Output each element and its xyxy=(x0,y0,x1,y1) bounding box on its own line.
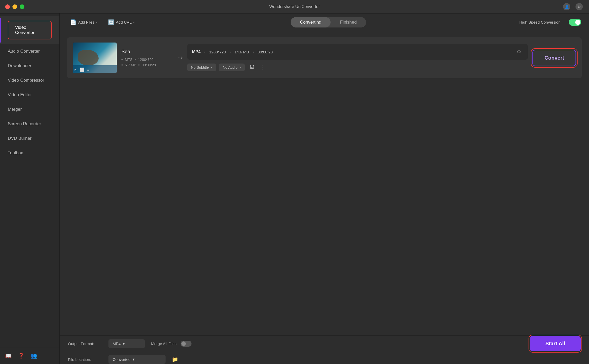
thumbnail-controls: ✂ ⬜ ≡ xyxy=(74,67,90,72)
more-options-icon[interactable]: ⋮ xyxy=(259,64,265,71)
close-button[interactable] xyxy=(5,4,10,9)
add-url-label: Add URL xyxy=(116,20,132,24)
meta-dot-4 xyxy=(138,64,140,66)
subtitle-chevron-icon: ▾ xyxy=(211,66,212,69)
user-icon[interactable]: 👥 xyxy=(31,353,37,359)
subtitle-select[interactable]: No Subtitle ▾ xyxy=(187,64,216,71)
file-location-label: File Location: xyxy=(68,357,104,362)
hsc-label: High Speed Conversion xyxy=(519,20,560,24)
sidebar-item-dvd-burner[interactable]: DVD Burner xyxy=(0,131,59,146)
add-files-button[interactable]: 📄 Add Files ▾ xyxy=(67,18,100,27)
source-size: 6.7 MB xyxy=(125,63,136,67)
sidebar-item-toolbox[interactable]: Toolbox xyxy=(0,146,59,160)
bookmarks-icon[interactable]: 📖 xyxy=(5,353,12,359)
toolbar: 📄 Add Files ▾ 🔄 Add URL ▾ Converting Fin… xyxy=(60,13,589,31)
sidebar-item-label-dvd-burner: DVD Burner xyxy=(8,136,32,141)
sidebar-item-audio-converter[interactable]: Audio Converter xyxy=(0,44,59,59)
minimize-button[interactable] xyxy=(12,4,17,9)
file-location-select[interactable]: Converted ▾ xyxy=(108,355,166,364)
sidebar-item-video-editor[interactable]: Video Editor xyxy=(0,88,59,102)
meta-dot-1 xyxy=(121,59,123,60)
merge-toggle[interactable] xyxy=(181,341,191,347)
bottom-row-2: File Location: Converted ▾ 📁 xyxy=(68,355,581,364)
settings-icon[interactable]: ⚙ xyxy=(515,48,523,56)
meta-dot-3 xyxy=(121,64,123,66)
convert-arrow: ⇢ xyxy=(178,54,183,61)
sidebar-item-label-merger: Merger xyxy=(8,107,22,112)
add-url-icon: 🔄 xyxy=(108,19,114,25)
sidebar-item-merger[interactable]: Merger xyxy=(0,102,59,117)
bottom-row-1: Output Format: MP4 ▾ Merge All Files Sta… xyxy=(68,336,581,351)
output-info: MP4 • 1280*720 • 14.6 MB • 00:00:28 ⚙ No xyxy=(187,44,528,72)
convert-button[interactable]: Convert xyxy=(532,50,576,66)
location-chevron-icon: ▾ xyxy=(133,357,135,362)
output-format-label: Output Format: xyxy=(68,341,104,346)
meta-row-1: MTS 1280*720 xyxy=(121,58,173,62)
file-info: Sea MTS 1280*720 6.7 MB 00:00:28 xyxy=(121,49,173,67)
sidebar-item-label-video-converter: Video Converter xyxy=(15,25,35,35)
output-row: MP4 • 1280*720 • 14.6 MB • 00:00:28 ⚙ xyxy=(187,44,528,60)
file-location-value: Converted xyxy=(113,357,131,362)
sidebar-item-downloader[interactable]: Downloader xyxy=(0,59,59,73)
start-all-button[interactable]: Start All xyxy=(530,336,581,351)
sidebar-item-label-downloader: Downloader xyxy=(8,63,31,68)
meta-dot-2 xyxy=(135,59,136,60)
source-resolution: 1280*720 xyxy=(138,58,154,62)
sidebar-item-label-video-editor: Video Editor xyxy=(8,92,32,97)
sep2: • xyxy=(229,50,231,54)
traffic-lights xyxy=(5,4,24,9)
file-card: ✂ ⬜ ≡ Sea MTS 1280*720 xyxy=(67,37,582,78)
content-area: 📄 Add Files ▾ 🔄 Add URL ▾ Converting Fin… xyxy=(60,13,589,364)
sidebar-item-label-audio-converter: Audio Converter xyxy=(8,49,40,54)
file-title: Sea xyxy=(121,49,173,54)
sidebar-item-video-converter[interactable]: Video Converter xyxy=(0,16,59,44)
add-url-button[interactable]: 🔄 Add URL ▾ xyxy=(105,18,138,27)
help-icon[interactable]: ❓ xyxy=(18,353,24,359)
sidebar: Video Converter Audio Converter Download… xyxy=(0,13,60,364)
audio-label: No Audio xyxy=(223,65,237,69)
sidebar-item-screen-recorder[interactable]: Screen Recorder xyxy=(0,117,59,131)
subtitle-audio-row: No Subtitle ▾ No Audio ▾ 🖼 ⋮ xyxy=(187,63,528,72)
add-url-chevron: ▾ xyxy=(133,20,135,24)
file-meta: MTS 1280*720 6.7 MB 00:00:28 xyxy=(121,58,173,67)
output-size: 14.6 MB xyxy=(235,50,249,54)
effects-icon[interactable]: ≡ xyxy=(87,67,90,72)
active-box: Video Converter xyxy=(8,21,52,39)
convert-btn-wrap: Convert xyxy=(532,50,576,66)
output-format-value: MP4 xyxy=(113,341,121,346)
tab-group: Converting Finished xyxy=(291,17,366,27)
add-files-icon: 📄 xyxy=(70,19,77,25)
search-icon[interactable]: ⚙ xyxy=(576,3,583,10)
source-format: MTS xyxy=(125,58,133,62)
title-bar-right: 👤 ⚙ xyxy=(563,3,583,10)
source-duration: 00:00:28 xyxy=(142,63,156,67)
hsc-toggle[interactable] xyxy=(569,19,581,26)
maximize-button[interactable] xyxy=(20,4,24,9)
sidebar-bottom: 📖 ❓ 👥 xyxy=(0,347,59,364)
add-files-label: Add Files xyxy=(78,20,94,24)
audio-chevron-icon: ▾ xyxy=(239,66,241,69)
sep1: • xyxy=(204,50,206,54)
output-meta: MP4 • 1280*720 • 14.6 MB • 00:00:28 xyxy=(192,50,511,54)
tab-converting[interactable]: Converting xyxy=(291,17,331,27)
subtitle-label: No Subtitle xyxy=(191,65,209,69)
output-duration: 00:00:28 xyxy=(258,50,273,54)
preview-icon[interactable]: 🖼 xyxy=(248,63,256,72)
sidebar-item-label-video-compressor: Video Compressor xyxy=(8,78,44,83)
thumbnail: ✂ ⬜ ≡ xyxy=(73,43,117,73)
folder-icon[interactable]: 📁 xyxy=(172,356,178,362)
app-body: Video Converter Audio Converter Download… xyxy=(0,13,589,364)
cut-icon[interactable]: ✂ xyxy=(74,67,77,72)
audio-select[interactable]: No Audio ▾ xyxy=(219,64,245,71)
output-resolution: 1280*720 xyxy=(209,50,226,54)
merge-label: Merge All Files xyxy=(151,341,176,346)
format-chevron-icon: ▾ xyxy=(123,341,125,346)
sidebar-nav: Video Converter Audio Converter Download… xyxy=(0,13,59,347)
crop-icon[interactable]: ⬜ xyxy=(80,67,85,72)
output-format: MP4 xyxy=(192,50,201,54)
bottom-bar: Output Format: MP4 ▾ Merge All Files Sta… xyxy=(60,335,589,364)
output-format-select[interactable]: MP4 ▾ xyxy=(108,339,145,348)
tab-finished[interactable]: Finished xyxy=(331,17,366,27)
account-icon[interactable]: 👤 xyxy=(563,3,570,10)
sidebar-item-video-compressor[interactable]: Video Compressor xyxy=(0,73,59,88)
